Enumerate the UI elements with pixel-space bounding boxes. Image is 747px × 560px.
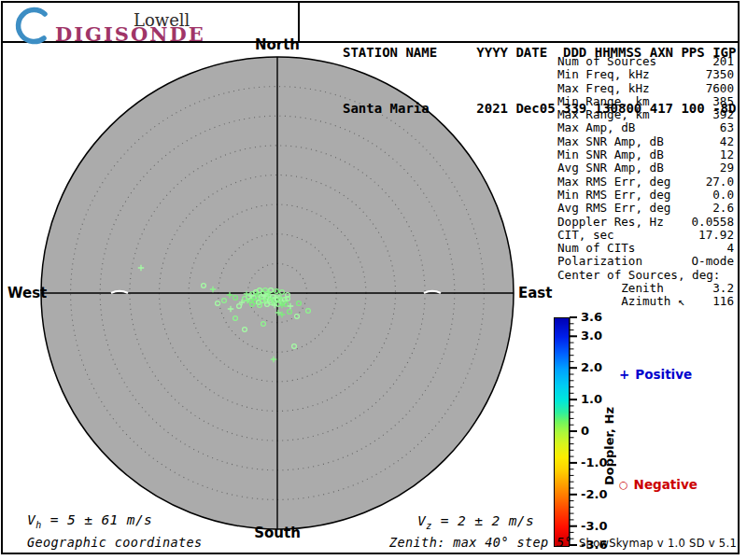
param-row: Max Amp, dB63 xyxy=(557,121,734,134)
colorbar-tick-label: 3.0 xyxy=(581,329,602,343)
colorbar-tick-label: 3.6 xyxy=(581,310,602,324)
legend-positive: +Positive xyxy=(619,367,692,382)
param-value: 0.0 xyxy=(712,189,734,202)
param-row: Zenith3.2 xyxy=(557,282,734,295)
param-label: Azimuth ↖ xyxy=(557,295,684,308)
param-value: 63 xyxy=(720,121,734,134)
app-version: ShowSkymap v 1.0 SD v 5.1 xyxy=(558,537,737,550)
param-row: Max Range, km392 xyxy=(557,108,734,121)
param-row: Min SNR Amp, dB12 xyxy=(557,148,734,161)
param-label: Zenith xyxy=(557,282,664,295)
vh-symbol: V xyxy=(27,512,35,527)
horizontal-velocity-readout: Vh = 5 ± 61 m/s xyxy=(27,512,152,530)
param-row: Max RMS Err, deg27.0 xyxy=(557,175,734,189)
param-value: 29 xyxy=(720,161,734,175)
vz-symbol: V xyxy=(417,513,426,528)
param-row: Max SNR Amp, dB42 xyxy=(557,135,734,148)
param-row: Doppler Res, Hz0.0558 xyxy=(557,216,734,229)
logo-digisonde-text: DIGISONDE xyxy=(55,22,205,46)
compass-label-north: North xyxy=(240,36,315,53)
doppler-colorbar xyxy=(554,317,570,547)
param-label: Max RMS Err, deg xyxy=(557,175,670,189)
param-row: Num of CITs4 xyxy=(557,242,734,255)
param-label: Polarization xyxy=(557,255,642,268)
param-label: Max Freq, kHz xyxy=(557,82,650,95)
param-row: PolarizationO-mode xyxy=(557,255,734,268)
param-value: 12 xyxy=(720,148,734,161)
param-label: Min Freq, kHz xyxy=(557,68,650,81)
param-row: Min Freq, kHz7350 xyxy=(557,68,734,81)
param-row: Center of Sources, deg: xyxy=(557,269,734,282)
coordinate-system-label: Geographic coordinates xyxy=(27,535,203,550)
param-label: Max Range, km xyxy=(557,108,650,121)
param-row: Min RMS Err, deg0.0 xyxy=(557,189,734,202)
param-label: Avg RMS Err, deg xyxy=(557,202,670,215)
param-label: Min Range, km xyxy=(557,95,650,108)
param-label: CIT, sec xyxy=(557,229,614,242)
param-row: Avg SNR Amp, dB29 xyxy=(557,161,734,175)
zenith-scale-note: Zenith: max 40° step 5° xyxy=(389,535,572,550)
colorbar-tick-label: 0 xyxy=(581,424,589,438)
param-label: Doppler Res, Hz xyxy=(557,216,664,229)
param-value: O-mode xyxy=(692,255,735,268)
parameter-table: Num of Sources201Min Freq, kHz7350Max Fr… xyxy=(557,55,734,309)
legend-positive-label: Positive xyxy=(635,367,692,382)
param-label: Max Amp, dB xyxy=(557,121,635,134)
param-value: 385 xyxy=(712,95,734,108)
param-value: 3.2 xyxy=(712,282,734,295)
vh-value: = 5 ± 61 m/s xyxy=(42,512,153,527)
showskymap-window: Lowell DIGISONDE STATION NAME YYYY DATE … xyxy=(0,0,747,560)
param-label: Num of Sources xyxy=(557,55,656,68)
plus-marker-icon: + xyxy=(619,367,629,382)
param-label: Center of Sources, deg: xyxy=(557,269,720,282)
param-label: Min SNR Amp, dB xyxy=(557,148,664,161)
param-label: Num of CITs xyxy=(557,242,635,255)
compass-label-west: West xyxy=(7,285,47,301)
param-value: 4 xyxy=(726,242,734,255)
param-row: Num of Sources201 xyxy=(557,55,734,68)
param-label: Min RMS Err, deg xyxy=(557,189,670,202)
colorbar-tick-label: -2.0 xyxy=(581,487,607,501)
legend-negative: ○Negative xyxy=(619,477,698,492)
param-value: 17.92 xyxy=(698,229,734,242)
param-row: Azimuth ↖116 xyxy=(557,295,734,308)
vertical-velocity-readout: Vz = 2 ± 2 m/s xyxy=(417,513,534,531)
param-value: 116 xyxy=(712,295,734,308)
param-value: 42 xyxy=(720,135,734,148)
param-value: 7350 xyxy=(706,68,734,81)
compass-label-south: South xyxy=(240,525,315,541)
param-value: 0.0558 xyxy=(692,216,735,229)
param-row: CIT, sec17.92 xyxy=(557,229,734,242)
param-row: Min Range, km385 xyxy=(557,95,734,108)
colorbar-title: Doppler, Hz xyxy=(602,407,616,485)
param-label: Max SNR Amp, dB xyxy=(557,135,664,148)
colorbar-tick-label: -3.0 xyxy=(581,519,607,533)
param-value: 27.0 xyxy=(706,175,734,189)
param-value: 2.6 xyxy=(712,202,734,215)
circle-marker-icon: ○ xyxy=(619,479,628,491)
param-label: Avg SNR Amp, dB xyxy=(557,161,664,175)
param-row: Max Freq, kHz7600 xyxy=(557,82,734,95)
vz-value: = 2 ± 2 m/s xyxy=(432,513,535,528)
param-value: 7600 xyxy=(706,82,734,95)
param-value: 201 xyxy=(712,55,734,68)
colorbar-tick-label: 1.0 xyxy=(581,392,602,406)
compass-label-east: East xyxy=(518,285,552,301)
legend-negative-label: Negative xyxy=(634,477,698,492)
colorbar-tick-label: 2.0 xyxy=(581,360,602,374)
param-row: Avg RMS Err, deg2.6 xyxy=(557,202,734,215)
param-value: 392 xyxy=(712,108,734,121)
